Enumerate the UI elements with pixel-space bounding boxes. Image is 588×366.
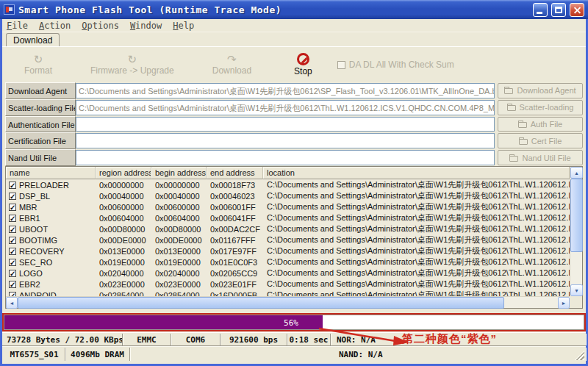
download-agent-path-input[interactable]: C:\Documents and Settings\Administrator\… (76, 83, 495, 98)
cert-file-browse-button[interactable]: Cert File (498, 133, 583, 148)
firmware-upgrade-icon: ↻ (128, 54, 137, 65)
end-address: 0x00018F73 (207, 181, 263, 190)
scatter-browse-label: Scatter-loading (520, 103, 574, 112)
begin-address: 0x02854000 (151, 291, 207, 297)
horizontal-scrollbar[interactable]: ◄ ► (6, 296, 570, 308)
end-address: 0x00DAC2CF (207, 225, 263, 234)
table-row[interactable]: RECOVERY0x013E00000x013E00000x017E97FFC:… (6, 245, 570, 256)
row-checkbox[interactable] (9, 215, 16, 222)
region-address: 0x013E0000 (96, 247, 151, 256)
col-name[interactable]: name (6, 167, 96, 179)
menu-file[interactable]: File (7, 21, 28, 31)
row-checkbox[interactable] (9, 270, 16, 277)
region-address: 0x00DE0000 (96, 236, 151, 245)
scroll-left-icon[interactable]: ◄ (6, 297, 18, 309)
firmware-upgrade-button[interactable]: ↻ Firmware -> Upgrade (90, 54, 174, 76)
download-agent-browse-button[interactable]: Download Agent (498, 83, 583, 98)
vertical-scrollbar[interactable]: ▲ ▼ (570, 167, 582, 296)
end-address: 0x017E97FF (207, 247, 263, 256)
table-body: PRELOADER0x000000000x000000000x00018F73C… (6, 179, 570, 296)
col-location[interactable]: location (263, 167, 570, 179)
region-address: 0x019E0000 (96, 258, 151, 267)
end-address: 0x00046023 (207, 192, 263, 201)
close-button[interactable] (570, 3, 584, 17)
format-button[interactable]: ↻ Format (24, 54, 52, 76)
scroll-down-icon[interactable]: ▼ (570, 284, 583, 296)
region-address: 0x023E0000 (96, 280, 151, 289)
row-checkbox[interactable] (9, 248, 16, 255)
location: C:\Documents and Settings\Administrator\… (263, 201, 570, 212)
download-button[interactable]: ↷ Download (212, 54, 251, 76)
download-agent-label: Download Agent (5, 82, 76, 99)
status-bar-top: 73728 Bytes / 72.00 KBps EMMC COM6 92160… (2, 332, 586, 345)
end-address: 0x01E0C0F3 (207, 258, 263, 267)
scrollbar-corner (570, 296, 582, 308)
location: C:\Documents and Settings\Administrator\… (263, 256, 570, 268)
location: C:\Documents and Settings\Administrator\… (263, 268, 570, 279)
table-row[interactable]: DSP_BL0x000400000x000400000x00046023C:\D… (6, 190, 570, 201)
region-address: 0x00604000 (96, 214, 151, 223)
row-checkbox[interactable] (9, 204, 16, 211)
begin-address: 0x023E0000 (151, 280, 207, 289)
row-checkbox[interactable] (9, 182, 16, 189)
toolbar: ↻ Format ↻ Firmware -> Upgrade ↷ Downloa… (2, 46, 586, 82)
location: C:\Documents and Settings\Administrator\… (263, 234, 570, 245)
auth-file-path-input[interactable] (76, 117, 495, 132)
table-header-row: name region address begin address end ad… (6, 167, 570, 179)
format-label: Format (24, 65, 52, 76)
maximize-button[interactable] (551, 3, 566, 17)
menu-help[interactable]: Help (173, 21, 194, 31)
row-checkbox[interactable] (9, 259, 16, 266)
location: C:\Documents and Settings\Administrator\… (263, 212, 570, 223)
tab-download[interactable]: Download (6, 33, 60, 46)
table-row[interactable]: LOGO0x020400000x020400000x02065CC9C:\Doc… (6, 268, 570, 279)
progress-bar: 56% (4, 315, 584, 330)
region-address: 0x02040000 (96, 269, 151, 278)
begin-address: 0x013E0000 (151, 247, 207, 256)
row-checkbox[interactable] (9, 237, 16, 244)
row-checkbox[interactable] (9, 226, 16, 233)
scatter-file-path-input[interactable]: C:\Documents and Settings\Administrator\… (76, 100, 495, 115)
menu-window[interactable]: Window (130, 21, 162, 31)
tab-strip: Download (2, 32, 586, 46)
begin-address: 0x00DE0000 (151, 236, 207, 245)
table-row[interactable]: ANDROID0x028540000x028540000x16D000FBC:\… (6, 290, 570, 296)
menu-action[interactable]: Action (39, 21, 71, 31)
col-begin-address[interactable]: begin address (151, 167, 207, 179)
status-chip: MT6575_S01 (4, 348, 65, 361)
row-checkbox[interactable] (9, 193, 16, 200)
horizontal-scroll-thumb[interactable] (18, 297, 504, 309)
col-end-address[interactable]: end address (207, 167, 263, 179)
nand-util-path-input[interactable] (76, 150, 495, 165)
table-row[interactable]: MBR0x006000000x006000000x006001FFC:\Docu… (6, 201, 570, 212)
table-row[interactable]: SEC_RO0x019E00000x019E00000x01E0C0F3C:\D… (6, 256, 570, 268)
table-row[interactable]: EBR10x006040000x006040000x006041FFC:\Doc… (6, 212, 570, 223)
location: C:\Documents and Settings\Administrator\… (263, 279, 570, 290)
vertical-scroll-thumb[interactable] (570, 179, 583, 252)
table-row[interactable]: EBR20x023E00000x023E00000x023E01FFC:\Doc… (6, 279, 570, 290)
firmware-upgrade-label: Firmware -> Upgrade (90, 65, 174, 76)
row-checkbox[interactable] (9, 281, 16, 288)
scatter-browse-button[interactable]: Scatter-loading (498, 100, 583, 115)
scroll-up-icon[interactable]: ▲ (570, 167, 583, 179)
begin-address: 0x00000000 (151, 181, 207, 190)
cert-file-path-input[interactable] (76, 133, 495, 148)
scatter-file-label: Scatter-loading File (5, 99, 76, 116)
auth-file-browse-button[interactable]: Auth File (498, 117, 583, 132)
location: C:\Documents and Settings\Administrator\… (263, 290, 570, 296)
begin-address: 0x00040000 (151, 192, 207, 201)
table-row[interactable]: BOOTIMG0x00DE00000x00DE00000x01167FFFC:\… (6, 234, 570, 245)
download-icon: ↷ (227, 54, 237, 65)
minimize-button[interactable] (533, 3, 548, 17)
partition-name: PRELOADER (19, 181, 69, 190)
table-row[interactable]: UBOOT0x00D800000x00D800000x00DAC2CFC:\Do… (6, 223, 570, 234)
menu-options[interactable]: Options (82, 21, 119, 31)
status-nand: NAND: N/A (333, 348, 586, 361)
scroll-right-icon[interactable]: ► (558, 297, 570, 309)
nand-util-browse-button[interactable]: Nand Util File (498, 150, 583, 165)
stop-button[interactable]: Stop (294, 53, 312, 76)
col-region-address[interactable]: region address (96, 167, 151, 179)
partition-name: RECOVERY (19, 247, 65, 256)
da-dl-checksum-checkbox[interactable]: DA DL All With Check Sum (337, 60, 454, 70)
table-row[interactable]: PRELOADER0x000000000x000000000x00018F73C… (6, 179, 570, 190)
